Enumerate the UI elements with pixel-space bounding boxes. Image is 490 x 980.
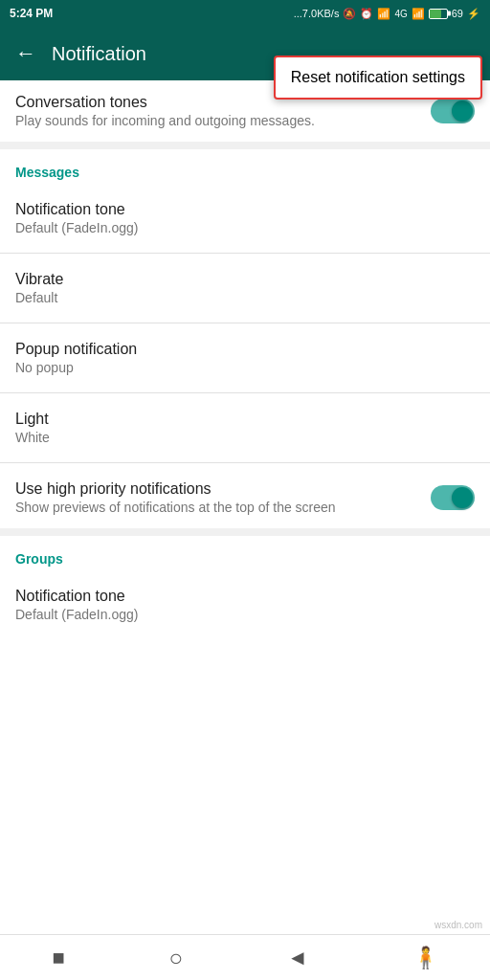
messages-light-item[interactable]: Light White xyxy=(0,397,490,458)
back-button[interactable]: ← xyxy=(15,41,36,66)
divider-3 xyxy=(0,323,490,323)
nav-square-icon[interactable]: ■ xyxy=(52,946,64,970)
nav-person-icon[interactable]: 🧍 xyxy=(412,946,438,970)
vibrate-icon: 🔕 xyxy=(343,8,356,20)
bolt-icon: ⚡ xyxy=(467,8,480,20)
divider-2 xyxy=(0,253,490,254)
messages-popup-notification-subtitle: No popup xyxy=(15,360,475,375)
lte-icon: 4G xyxy=(394,9,407,19)
status-time: 5:24 PM xyxy=(10,7,53,20)
messages-high-priority-subtitle: Show previews of notifications at the to… xyxy=(15,500,431,515)
conversation-tones-subtitle: Play sounds for incoming and outgoing me… xyxy=(15,113,431,128)
messages-popup-notification-item[interactable]: Popup notification No popup xyxy=(0,327,490,389)
signal-icon-2: 📶 xyxy=(412,8,425,20)
messages-high-priority-item[interactable]: Use high priority notifications Show pre… xyxy=(0,467,490,528)
messages-light-subtitle: White xyxy=(15,430,475,445)
messages-section-header: Messages xyxy=(0,149,490,188)
groups-section-header: Groups xyxy=(0,536,490,574)
groups-notification-tone-title: Notification tone xyxy=(15,588,475,605)
signal-icon: 📶 xyxy=(377,8,390,20)
nav-back-icon[interactable]: ◄ xyxy=(287,946,308,970)
divider-1 xyxy=(0,142,490,149)
settings-content: Conversation tones Play sounds for incom… xyxy=(0,80,490,934)
nav-home-icon[interactable]: ○ xyxy=(169,945,184,971)
messages-vibrate-subtitle: Default xyxy=(15,290,475,305)
messages-vibrate-item[interactable]: Vibrate Default xyxy=(0,257,490,319)
alarm-icon: ⏰ xyxy=(360,8,373,20)
divider-5 xyxy=(0,462,490,463)
messages-vibrate-title: Vibrate xyxy=(15,271,475,288)
messages-high-priority-title: Use high priority notifications xyxy=(15,480,431,498)
watermark: wsxdn.com xyxy=(434,920,482,930)
messages-notification-tone-item[interactable]: Notification tone Default (FadeIn.ogg) xyxy=(0,188,490,249)
battery-percent: 69 xyxy=(452,8,463,19)
network-speed: ...7.0KB/s xyxy=(294,8,340,19)
reset-notification-settings-button[interactable]: Reset notification settings xyxy=(274,56,482,100)
messages-notification-tone-title: Notification tone xyxy=(15,201,475,218)
messages-notification-tone-subtitle: Default (FadeIn.ogg) xyxy=(15,220,475,235)
app-bar: ← Notification Reset notification settin… xyxy=(0,27,490,80)
battery-icon xyxy=(429,9,448,19)
messages-light-title: Light xyxy=(15,411,475,428)
divider-6 xyxy=(0,528,490,536)
conversation-tones-toggle[interactable] xyxy=(431,99,475,123)
divider-4 xyxy=(0,392,490,393)
status-bar: 5:24 PM ...7.0KB/s 🔕 ⏰ 📶 4G 📶 69 ⚡ xyxy=(0,0,490,27)
messages-popup-notification-title: Popup notification xyxy=(15,341,475,358)
groups-notification-tone-item[interactable]: Notification tone Default (FadeIn.ogg) xyxy=(0,574,490,635)
messages-high-priority-toggle[interactable] xyxy=(431,485,475,510)
groups-notification-tone-subtitle: Default (FadeIn.ogg) xyxy=(15,607,475,622)
bottom-nav: ■ ○ ◄ 🧍 xyxy=(0,934,490,980)
status-icons: ...7.0KB/s 🔕 ⏰ 📶 4G 📶 69 ⚡ xyxy=(294,8,480,20)
